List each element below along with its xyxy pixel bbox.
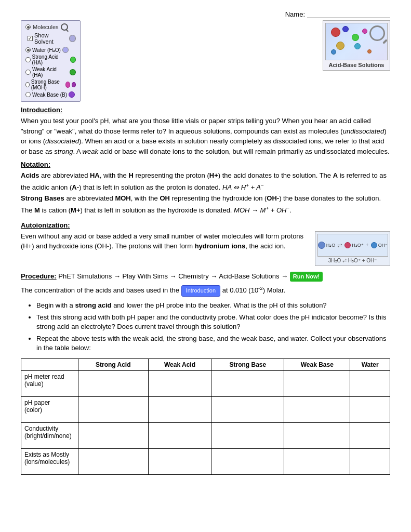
intro-paragraph: When you test your pool's pH, what are y… <box>21 116 390 156</box>
autoionization-image: H₂O ⇌ H₃O⁺ + OH⁻ <box>317 234 388 257</box>
table-row-conductivity: Conductivity(bright/dim/none) <box>21 422 390 448</box>
col-header-weak-base: Weak Base <box>284 358 350 370</box>
autoionization-formula: 3H₂O ⇌ H₃O⁺ + OH⁻ <box>317 258 388 263</box>
radio-molecules <box>25 24 31 30</box>
ball-strong-base2 <box>72 82 76 87</box>
cell-cond-weak-base <box>284 422 350 448</box>
bullet-1: Begin with a strong acid and lower the p… <box>36 301 390 310</box>
label-strong-base: Strong Base (MOH) <box>31 79 64 90</box>
cell-ph-paper-weak-acid <box>148 396 211 422</box>
table-row-exists: Exists as Mostly(ions/molecules) <box>21 448 390 474</box>
cell-exists-weak-base <box>284 448 350 474</box>
checkbox-show-solvent: ✓ <box>28 36 33 41</box>
label-water: Water (H₂O) <box>32 47 61 53</box>
col-header-strong-acid: Strong Acid <box>78 358 149 370</box>
cell-exists-weak-acid <box>148 448 211 474</box>
sim-widget: Molecules ✓ Show Solvent Water (H₂O) Str… <box>21 20 81 102</box>
label-strong-acid: Strong Acid (HA) <box>32 54 69 65</box>
show-solvent-label: Show Solvent <box>34 32 68 45</box>
label-weak-acid: Weak Acid (HA) <box>32 66 68 78</box>
radio-water <box>25 47 31 52</box>
cell-ph-meter-strong-base <box>211 370 284 396</box>
acid-base-image <box>325 23 388 60</box>
data-table: Strong Acid Weak Acid Strong Base Weak B… <box>21 358 390 475</box>
cell-ph-meter-water <box>350 370 390 396</box>
bullet-2: Test this strong acid with both pH paper… <box>36 313 390 331</box>
cell-ph-meter-strong-acid <box>78 370 149 396</box>
col-header-strong-base: Strong Base <box>211 358 284 370</box>
cell-ph-paper-water <box>350 396 390 422</box>
cell-exists-strong-acid <box>78 448 149 474</box>
bullet-list: Begin with a strong acid and lower the p… <box>36 301 390 353</box>
notation-acids: Acids are abbreviated HA, with the H rep… <box>21 170 390 193</box>
procedure-section: Procedure: PhET Simulations → Play With … <box>21 271 390 297</box>
bullet-3: Repeat the above tests with the weak aci… <box>36 334 390 353</box>
radio-weak-base <box>25 92 31 97</box>
ball-strong-acid <box>70 57 76 63</box>
ball-strong-base1 <box>65 82 70 88</box>
solvent-icon <box>69 35 76 42</box>
notation-bases: Strong Bases are abbreviated MOH, with t… <box>21 193 390 216</box>
run-now-button[interactable]: Run Now! <box>290 272 323 282</box>
intro-section: Introduction: When you test your pool's … <box>21 106 390 156</box>
name-underline <box>307 10 390 18</box>
col-header-empty <box>21 358 78 370</box>
cell-ph-meter-weak-base <box>284 370 350 396</box>
procedure-line1: Procedure: PhET Simulations → Play With … <box>21 271 390 282</box>
row-label-conductivity: Conductivity(bright/dim/none) <box>21 422 78 448</box>
autoionization-image-box: H₂O ⇌ H₃O⁺ + OH⁻ 3H₂O ⇌ H₃O⁺ + OH⁻ <box>315 231 390 266</box>
radio-weak-acid <box>25 70 31 75</box>
autoionization-text: Even without any acid or base added a ve… <box>21 231 310 251</box>
ball-weak-acid <box>70 69 76 75</box>
acid-base-image-box: Acid-Base Solutions <box>323 20 390 71</box>
row-label-ph-meter: pH meter read(value) <box>21 370 78 396</box>
intro-heading: Introduction: <box>21 106 390 114</box>
ball-water <box>62 47 69 53</box>
cell-cond-water <box>350 422 390 448</box>
radio-strong-acid <box>25 57 31 62</box>
radio-strong-base <box>25 82 30 87</box>
cell-ph-paper-strong-base <box>211 396 284 422</box>
col-header-water: Water <box>350 358 390 370</box>
cell-ph-paper-strong-acid <box>78 396 149 422</box>
name-label: Name: <box>285 10 305 18</box>
label-weak-base: Weak Base (B) <box>32 92 67 98</box>
notation-section: Notation: Acids are abbreviated HA, with… <box>21 161 390 216</box>
notation-heading: Notation: <box>21 161 390 168</box>
table-row-ph-paper: pH paper(color) <box>21 396 390 422</box>
ball-weak-base <box>69 91 75 98</box>
cell-cond-weak-acid <box>148 422 211 448</box>
table-row-ph-meter: pH meter read(value) <box>21 370 390 396</box>
procedure-line2: The concentration of the acids and bases… <box>21 284 390 297</box>
row-label-ph-paper: pH paper(color) <box>21 396 78 422</box>
cell-exists-strong-base <box>211 448 284 474</box>
autoionization-heading: Autoionization: <box>21 221 390 229</box>
cell-exists-water <box>350 448 390 474</box>
cell-cond-strong-acid <box>78 422 149 448</box>
acid-base-label: Acid-Base Solutions <box>325 62 388 68</box>
row-label-exists: Exists as Mostly(ions/molecules) <box>21 448 78 474</box>
procedure-path: PhET Simulations → Play With Sims → Chem… <box>58 272 288 280</box>
col-header-weak-acid: Weak Acid <box>148 358 211 370</box>
search-icon <box>61 23 68 31</box>
cell-ph-meter-weak-acid <box>148 370 211 396</box>
autoionization-section: Autoionization: Even without any acid or… <box>21 221 390 266</box>
cell-cond-strong-base <box>211 422 284 448</box>
cell-ph-paper-weak-base <box>284 396 350 422</box>
sim-molecules-label: Molecules <box>33 24 59 30</box>
intro-button[interactable]: Introduction <box>181 285 220 297</box>
